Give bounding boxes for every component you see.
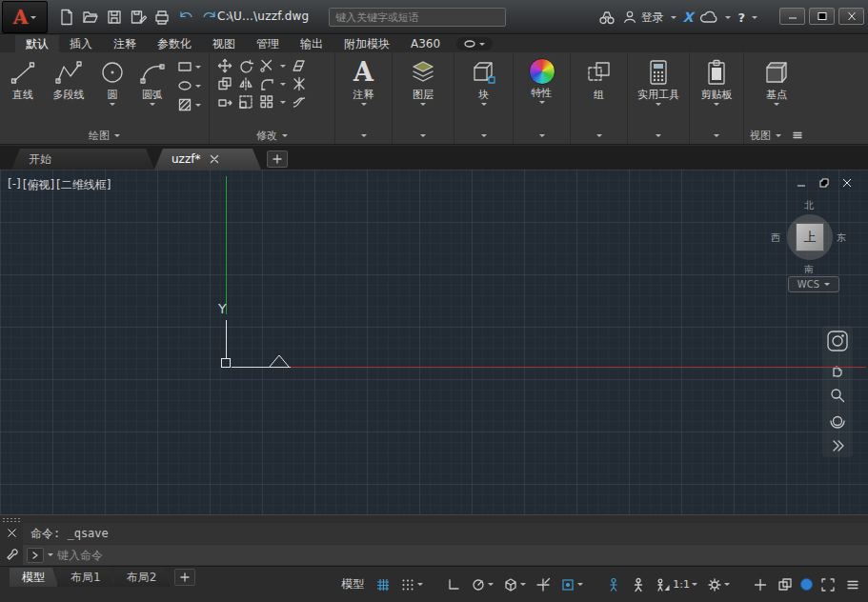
annotation-visibility-toggle[interactable] — [604, 575, 623, 594]
ribbon-tab-a360[interactable]: A360 — [400, 35, 451, 52]
wcs-dropdown[interactable]: WCS — [788, 276, 839, 292]
trim-flyout-icon[interactable] — [280, 65, 286, 68]
layers-flyout-icon[interactable] — [420, 103, 426, 106]
layers-button[interactable]: 图层 — [409, 54, 437, 127]
ribbon-collapse-icon[interactable] — [792, 130, 803, 141]
save-as-button[interactable] — [129, 8, 148, 27]
drawing-canvas[interactable]: [-] [俯视] [二维线框] 上 北 南 西 东 WCS Y — [0, 170, 868, 514]
viewcube-north-label[interactable]: 北 — [804, 199, 814, 212]
fillet-flyout-icon[interactable] — [280, 83, 286, 86]
signin-dropdown-icon[interactable] — [671, 16, 676, 19]
utilities-button[interactable]: 实用工具 — [637, 54, 679, 127]
annotation-scale-button[interactable]: 1:1 — [654, 575, 699, 594]
clean-screen-button[interactable] — [818, 575, 838, 594]
fillet-button[interactable] — [259, 76, 274, 91]
tab-close-icon[interactable] — [210, 154, 219, 164]
osnap-flyout-icon[interactable] — [577, 583, 583, 586]
viewcube-south-label[interactable]: 南 — [804, 263, 814, 276]
viewport-style-button[interactable]: [二维线框] — [56, 177, 111, 193]
panel-title-clipboard[interactable] — [690, 127, 743, 144]
signin-button[interactable]: 登录 — [622, 10, 664, 26]
viewcube-top-face[interactable]: 上 — [796, 223, 824, 251]
utilities-flyout-icon[interactable] — [656, 103, 661, 106]
command-drag-handle[interactable] — [2, 517, 21, 522]
rectangle-button[interactable] — [177, 59, 201, 74]
properties-button[interactable]: 特性 — [529, 54, 555, 127]
redo-button[interactable] — [200, 8, 219, 27]
panel-title-block[interactable] — [454, 127, 513, 144]
infocenter-search[interactable] — [329, 8, 506, 27]
array-flyout-icon[interactable] — [280, 101, 286, 104]
file-tab-document[interactable]: uzzf* — [154, 149, 261, 170]
workspace-switch-button[interactable] — [705, 575, 732, 594]
snap-mode-toggle[interactable] — [398, 575, 425, 594]
zoom-icon[interactable] — [829, 387, 846, 404]
isodraft-toggle[interactable] — [501, 575, 528, 594]
show-motion-icon[interactable] — [830, 438, 845, 453]
stretch-button[interactable] — [217, 94, 232, 110]
panel-title-layers[interactable] — [393, 127, 454, 144]
viewcube-west-label[interactable]: 西 — [771, 231, 780, 245]
autoscale-toggle[interactable] — [629, 575, 648, 594]
plot-button[interactable] — [152, 8, 172, 27]
viewcube-east-label[interactable]: 东 — [837, 231, 846, 245]
customize-statusbar-button[interactable] — [843, 575, 862, 594]
insert-block-button[interactable]: 块 — [470, 54, 498, 127]
hardware-acceleration-badge[interactable] — [800, 578, 813, 591]
command-prompt-button[interactable] — [27, 548, 44, 563]
a360-cloud-button[interactable] — [699, 10, 718, 25]
group-button[interactable]: 组 — [585, 54, 614, 127]
app-menu-button[interactable]: A — [2, 1, 48, 33]
base-point-button[interactable]: 基点 — [762, 54, 791, 127]
search-binoculars-button[interactable] — [598, 9, 616, 26]
move-button[interactable] — [217, 58, 232, 73]
properties-flyout-icon[interactable] — [539, 101, 545, 104]
layout-tab-model[interactable]: 模型 — [10, 568, 58, 587]
new-layout-button[interactable] — [174, 569, 195, 586]
annotate-button[interactable]: A 注释 — [353, 54, 374, 127]
explode-button[interactable] — [292, 76, 307, 91]
ribbon-options-button[interactable] — [456, 37, 493, 50]
save-button[interactable] — [105, 8, 124, 27]
ribbon-tab-insert[interactable]: 插入 — [59, 35, 103, 52]
help-button[interactable]: ? — [737, 10, 745, 25]
ribbon-tab-addins[interactable]: 附加模块 — [333, 35, 400, 52]
layout-tab-layout2[interactable]: 布局2 — [114, 568, 171, 587]
workspace-flyout-icon[interactable] — [724, 583, 730, 586]
ribbon-tab-output[interactable]: 输出 — [290, 35, 333, 52]
offset-button[interactable] — [292, 94, 307, 110]
command-close-icon[interactable] — [7, 528, 17, 538]
drawing-restore-icon[interactable] — [818, 177, 830, 189]
panel-title-annotate[interactable] — [335, 127, 392, 144]
arc-flyout-icon[interactable] — [150, 103, 155, 106]
circle-flyout-icon[interactable] — [110, 103, 115, 106]
search-input[interactable] — [330, 11, 505, 24]
panel-title-view[interactable]: 视图 — [744, 127, 809, 144]
erase-button[interactable] — [292, 58, 307, 73]
annotate-flyout-icon[interactable] — [361, 103, 367, 106]
arc-button[interactable]: 圆弧 — [131, 54, 173, 127]
grid-toggle[interactable] — [373, 575, 393, 594]
navigation-wheel-icon[interactable] — [826, 330, 849, 352]
clipboard-flyout-icon[interactable] — [714, 103, 719, 106]
panel-title-utilities[interactable] — [628, 127, 689, 144]
object-snap-tracking-toggle[interactable] — [534, 575, 553, 594]
layout-tab-layout1[interactable]: 布局1 — [58, 568, 114, 587]
orbit-icon[interactable] — [829, 412, 846, 430]
drawing-close-icon[interactable] — [841, 177, 853, 189]
wrench-icon[interactable] — [6, 549, 18, 561]
clipboard-button[interactable]: 剪贴板 — [701, 54, 733, 127]
polar-flyout-icon[interactable] — [488, 583, 494, 586]
array-button[interactable] — [259, 94, 274, 110]
isodraft-flyout-icon[interactable] — [520, 583, 526, 586]
hatch-button[interactable] — [177, 97, 201, 112]
viewcube[interactable]: 上 北 南 西 东 — [775, 202, 845, 272]
polar-tracking-toggle[interactable] — [469, 575, 495, 594]
close-button[interactable] — [838, 8, 864, 25]
panel-title-groups[interactable] — [571, 127, 627, 144]
scale-button[interactable] — [238, 94, 253, 110]
undo-button[interactable] — [176, 8, 195, 27]
model-space-button[interactable]: 模型 — [337, 576, 368, 592]
panel-title-properties[interactable] — [514, 127, 570, 144]
copy-button[interactable] — [217, 76, 232, 91]
